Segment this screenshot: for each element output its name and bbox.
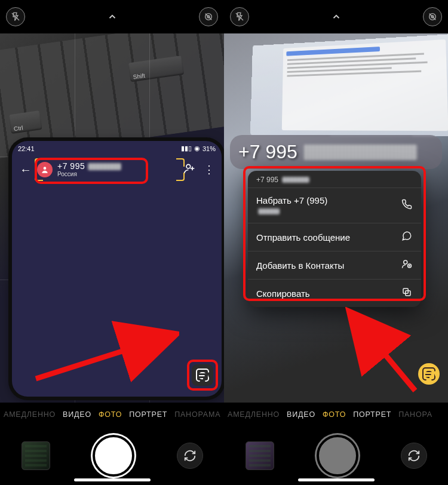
bottom-bar-left [0,426,224,485]
home-indicator[interactable] [74,478,151,481]
top-controls-right [224,0,448,33]
live-text-badge[interactable] [192,364,213,386]
live-off-icon[interactable] [423,7,442,26]
signal-icon: ▮▮▯ [181,145,192,152]
redacted-number [88,163,121,170]
context-menu: +7 995 Набрать +7 (995) Отправить сообще… [248,171,421,307]
ctx-item-message[interactable]: Отправить сообщение [248,223,421,251]
contact-subtitle: Россия [57,171,121,177]
flip-camera-icon[interactable] [177,443,203,469]
last-photo-thumb[interactable] [22,441,50,470]
ctx-item-copy[interactable]: Скопировать [248,279,421,307]
redacted-number [303,145,417,160]
phone-preview: 22:41 ▮▮▯ ◉ 31% ← +7 995 [12,141,222,397]
phone-time: 22:41 [18,145,35,152]
keyboard-key: Ctrl [9,110,42,134]
add-contact-icon[interactable] [183,162,195,177]
add-contact-icon [401,259,413,272]
shutter-button[interactable] [317,435,358,477]
ctx-item-add-contact[interactable]: Добавить в Контакты [248,251,421,279]
keyboard-key: Shift [128,56,185,82]
flash-off-icon[interactable] [230,7,249,26]
battery-label: 31% [202,145,216,152]
phone-icon [401,199,413,212]
live-off-icon[interactable] [199,7,218,26]
screenshot-right: +7 995 +7 995 Набрать +7 (995) Отправить… [224,0,448,485]
svg-point-4 [44,167,47,170]
camera-modes-right[interactable]: АМЕДЛЕННО ВИДЕО ФОТО ПОРТРЕТ ПАНОРА [224,403,448,426]
mode-video[interactable]: ВИДЕО [63,410,91,419]
ctx-menu-title: +7 995 [248,171,421,188]
svg-point-5 [186,164,191,168]
viewfinder-right[interactable]: +7 995 +7 995 Набрать +7 (995) Отправить… [224,33,448,403]
mode-video[interactable]: ВИДЕО [287,410,315,419]
top-controls-left [0,0,224,33]
mode-pano[interactable]: ПАНОРАМА [174,410,220,419]
laptop-screen [250,34,448,136]
bottom-bar-right [224,426,448,485]
shutter-button[interactable] [93,435,134,477]
live-text-badge-active[interactable] [418,363,440,385]
mode-portrait[interactable]: ПОРТРЕТ [353,410,391,419]
screenshot-left: Shift Ctrl 22:41 ▮▮▯ ◉ 31% [0,0,224,485]
home-indicator[interactable] [298,478,375,481]
camera-modes-left[interactable]: АМЕДЛЕННО ВИДЕО ФОТО ПОРТРЕТ ПАНОРАМА [0,403,224,426]
copy-icon [401,287,413,300]
number-prefix: +7 995 [238,141,297,163]
menu-dots-icon[interactable]: ⋮ [204,163,214,176]
mode-portrait[interactable]: ПОРТРЕТ [129,410,167,419]
contact-row: ← +7 995 Россия ⋮ [19,162,214,177]
contact-number-prefix: +7 995 [57,161,85,171]
viewfinder-left[interactable]: Shift Ctrl 22:41 ▮▮▯ ◉ 31% [0,33,224,403]
message-icon [401,231,413,244]
mode-pano[interactable]: ПАНОРА [398,410,432,419]
chevron-up-icon[interactable] [105,10,119,24]
flip-camera-icon[interactable] [401,443,427,469]
back-arrow-icon[interactable]: ← [19,163,32,177]
flash-off-icon[interactable] [6,7,25,26]
mode-photo[interactable]: ФОТО [99,410,122,419]
detected-number[interactable]: +7 995 [230,135,442,169]
chevron-up-icon[interactable] [329,10,343,24]
mode-slow[interactable]: АМЕДЛЕННО [228,410,280,419]
last-photo-thumb[interactable] [246,441,274,470]
mode-slow[interactable]: АМЕДЛЕННО [4,410,56,419]
mode-photo[interactable]: ФОТО [323,410,346,419]
ctx-item-call[interactable]: Набрать +7 (995) [248,188,421,223]
wifi-icon: ◉ [194,145,200,152]
svg-point-13 [404,260,407,264]
